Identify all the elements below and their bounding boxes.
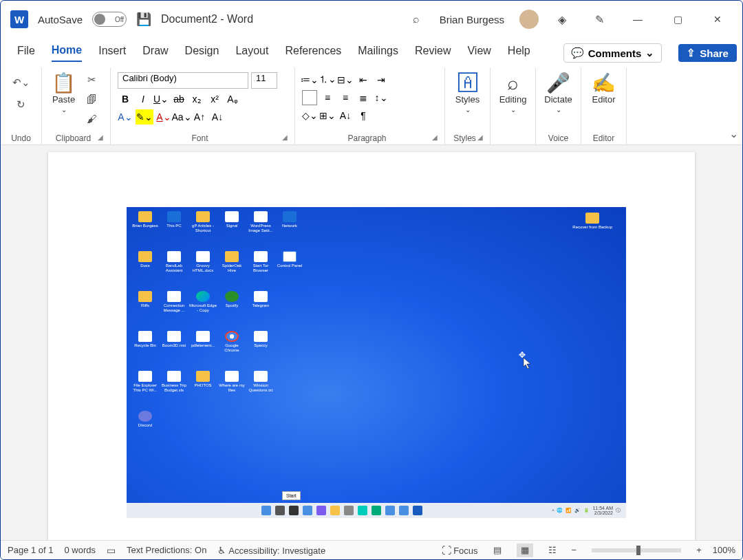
shading-button[interactable]: ◇⌄ — [302, 108, 317, 123]
read-mode-icon[interactable]: ▤ — [489, 543, 506, 557]
desktop-icon: Google Chrome — [217, 331, 246, 371]
start-tooltip: Start — [282, 491, 301, 500]
dialog-launcher-icon[interactable]: ◢ — [282, 133, 288, 141]
inserted-screenshot[interactable]: Brian BurgessThis PCgP Articles - Shortc… — [127, 207, 626, 518]
styles-button[interactable]: 🄰 Styles ⌄ — [453, 72, 482, 115]
tab-home[interactable]: Home — [52, 44, 82, 62]
icon-label: gP Articles - Shortcut — [189, 224, 217, 233]
tab-references[interactable]: References — [285, 45, 341, 61]
accessibility-status[interactable]: ♿︎ Accessibility: Investigate — [217, 545, 325, 556]
undo-icon[interactable]: ↶⌄ — [14, 75, 29, 90]
user-name[interactable]: Brian Burgess — [440, 14, 504, 25]
decrease-indent-icon[interactable]: ⇤ — [356, 72, 371, 87]
bullets-button[interactable]: ≔⌄ — [302, 72, 317, 87]
multilevel-button[interactable]: ⊟⌄ — [338, 72, 353, 87]
format-painter-icon[interactable]: 🖌 — [84, 111, 99, 126]
align-right-icon[interactable]: ≡ — [338, 90, 353, 105]
tab-layout[interactable]: Layout — [235, 45, 268, 61]
title-bar: W AutoSave Off 💾 Document2 - Word ⌕ Bria… — [1, 1, 742, 38]
tab-mailings[interactable]: Mailings — [358, 45, 398, 61]
align-center-icon[interactable]: ≡ — [320, 90, 335, 105]
dialog-launcher-icon[interactable]: ◢ — [432, 133, 438, 141]
tab-help[interactable]: Help — [508, 45, 530, 61]
editor-button[interactable]: ✍ Editor — [589, 72, 618, 106]
change-case-button[interactable]: Aa⌄ — [174, 109, 189, 125]
print-layout-icon[interactable]: ▦ — [517, 543, 533, 557]
file-icon — [138, 211, 152, 222]
font-name-select[interactable]: Calibri (Body) — [118, 72, 248, 89]
align-left-icon[interactable] — [302, 90, 317, 105]
text-effects-button[interactable]: A⌄ — [118, 109, 133, 125]
tab-insert[interactable]: Insert — [98, 45, 126, 61]
autosave-toggle[interactable]: Off — [92, 12, 127, 27]
microphone-icon: 🎤 — [546, 74, 570, 93]
dialog-launcher-icon[interactable]: ◢ — [98, 133, 103, 141]
paste-button[interactable]: 📋 Paste ⌄ — [49, 72, 78, 115]
desktop-icon: Microsoft Edge - Copy — [189, 291, 217, 331]
chevron-down-icon: ⌄ — [61, 106, 67, 114]
superscript-button[interactable]: x² — [207, 91, 222, 107]
tab-design[interactable]: Design — [185, 45, 219, 61]
font-size-select[interactable]: 11 — [251, 72, 277, 89]
shrink-font-icon[interactable]: A↓ — [210, 109, 225, 125]
copy-icon[interactable]: 🗐 — [84, 91, 99, 107]
clear-format-icon[interactable]: Aᵩ — [225, 91, 240, 107]
show-marks-icon[interactable]: ¶ — [356, 108, 371, 123]
tab-review[interactable]: Review — [415, 45, 451, 61]
justify-icon[interactable]: ≣ — [356, 90, 371, 105]
zoom-in-button[interactable]: + — [696, 545, 702, 555]
dialog-launcher-icon[interactable]: ◢ — [477, 133, 483, 141]
dictate-button[interactable]: 🎤 Dictate ⌄ — [541, 72, 574, 115]
desktop-icon: File Explorer This PC Wi... — [131, 371, 160, 411]
zoom-level[interactable]: 100% — [713, 545, 735, 555]
tab-view[interactable]: View — [467, 45, 491, 61]
icon-label: Control Panel — [277, 263, 302, 268]
redo-icon[interactable]: ↻ — [14, 97, 29, 112]
underline-button[interactable]: U⌄ — [153, 91, 169, 107]
save-icon[interactable]: 💾 — [136, 12, 151, 27]
desktop-icon: WordPress Image Setti... — [246, 211, 275, 251]
file-icon — [196, 251, 210, 262]
tab-file[interactable]: File — [17, 45, 35, 61]
comments-button[interactable]: 💬 Comments ⌄ — [563, 43, 663, 63]
collapse-ribbon-icon[interactable]: ⌄ — [729, 127, 738, 140]
line-spacing-button[interactable]: ↕⌄ — [374, 90, 389, 105]
borders-button[interactable]: ⊞⌄ — [320, 108, 335, 123]
spellcheck-icon[interactable]: ▭ — [107, 545, 116, 556]
pen-icon[interactable]: ✎ — [585, 13, 613, 26]
cut-icon[interactable]: ✂ — [84, 72, 99, 87]
diamond-icon[interactable]: ◈ — [548, 13, 576, 26]
bold-button[interactable]: B — [118, 91, 133, 107]
zoom-out-button[interactable]: − — [572, 545, 577, 555]
share-button[interactable]: ⇪ Share — [678, 44, 737, 62]
search-icon[interactable]: ⌕ — [402, 13, 430, 25]
tab-draw[interactable]: Draw — [142, 45, 168, 61]
numbering-button[interactable]: ⒈⌄ — [320, 72, 335, 87]
close-button[interactable]: ✕ — [702, 9, 733, 30]
icon-label: pdfelement... — [191, 343, 215, 348]
document-area[interactable]: Brian BurgessThis PCgP Articles - Shortc… — [1, 145, 742, 540]
strikethrough-button[interactable]: ab — [171, 91, 186, 107]
focus-button[interactable]: ⛶ Focus — [442, 545, 478, 556]
italic-button[interactable]: I — [136, 91, 151, 107]
maximize-button[interactable]: ▢ — [663, 9, 693, 30]
sort-icon[interactable]: A↓ — [338, 108, 353, 123]
increase-indent-icon[interactable]: ⇥ — [374, 72, 389, 87]
word-count[interactable]: 0 words — [65, 545, 96, 555]
minimize-button[interactable]: — — [623, 9, 653, 30]
editing-button[interactable]: ⌕ Editing ⌄ — [497, 72, 530, 115]
file-icon — [254, 371, 268, 382]
text-predictions[interactable]: Text Predictions: On — [127, 545, 206, 555]
avatar[interactable] — [519, 10, 539, 29]
subscript-button[interactable]: x₂ — [189, 91, 204, 107]
editing-label: Editing — [499, 94, 527, 105]
chevron-down-icon: ⌄ — [510, 106, 516, 114]
file-icon — [225, 211, 239, 222]
page-count[interactable]: Page 1 of 1 — [8, 545, 54, 555]
icon-label: Discord — [138, 423, 152, 428]
web-layout-icon[interactable]: ☷ — [544, 543, 561, 557]
zoom-slider[interactable] — [592, 548, 681, 552]
grow-font-icon[interactable]: A↑ — [192, 109, 207, 125]
highlight-button[interactable]: ✎⌄ — [136, 109, 153, 125]
font-color-button[interactable]: A⌄ — [156, 109, 171, 125]
